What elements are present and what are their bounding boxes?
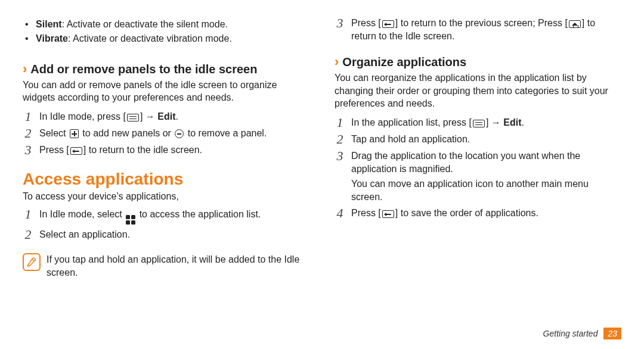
step-body: Tap and hold an application. bbox=[351, 133, 621, 146]
step: 3 Press [] to return to the previous scr… bbox=[335, 17, 621, 42]
back-icon bbox=[70, 147, 82, 155]
bullet-vibrate: Vibrate: Activate or deactivate vibratio… bbox=[32, 32, 309, 45]
step-number: 3 bbox=[335, 149, 345, 163]
subheading-title: Organize applications bbox=[342, 55, 466, 69]
step-body: Drag the application to the location you… bbox=[351, 149, 621, 203]
right-top-step: 3 Press [] to return to the previous scr… bbox=[335, 17, 621, 42]
bullet-desc: : Activate or deactivate the silent mode… bbox=[62, 19, 228, 29]
step: 3 Press [] to return to the idle screen. bbox=[23, 144, 309, 157]
organize-steps: 1 In the application list, press [] → Ed… bbox=[335, 116, 621, 220]
back-icon bbox=[382, 20, 394, 28]
chevron-icon: › bbox=[23, 63, 27, 76]
bullet-desc: : Activate or deactivate vibration mode. bbox=[68, 33, 232, 43]
step-number: 4 bbox=[335, 207, 345, 220]
page-footer: Getting started 23 bbox=[543, 328, 621, 339]
note-row: If you tap and hold an application, it w… bbox=[23, 253, 309, 279]
heading-access-applications: Access applications bbox=[23, 170, 309, 189]
page-number: 23 bbox=[603, 328, 621, 339]
manual-page: Silent: Activate or deactivate the silen… bbox=[0, 0, 644, 349]
subheading-title: Add or remove panels to the idle screen bbox=[30, 63, 257, 76]
step-body: In Idle mode, press [] → Edit. bbox=[39, 110, 309, 123]
step: 4 Press [] to save the order of applicat… bbox=[335, 207, 621, 220]
step: 1 In Idle mode, select to access the app… bbox=[23, 208, 309, 225]
step-body: Press [] to return to the previous scree… bbox=[351, 17, 621, 42]
step-number: 1 bbox=[335, 116, 345, 129]
organize-intro: You can reorganize the applications in t… bbox=[335, 71, 621, 110]
access-intro: To access your device's applications, bbox=[23, 191, 309, 202]
chevron-icon: › bbox=[335, 55, 339, 68]
mode-description-bullets: Silent: Activate or deactivate the silen… bbox=[23, 17, 309, 47]
app-grid-icon bbox=[126, 215, 135, 225]
subheading-add-panels: › Add or remove panels to the idle scree… bbox=[23, 63, 309, 76]
add-panels-intro: You can add or remove panels of the idle… bbox=[23, 79, 309, 104]
bullet-term: Silent bbox=[36, 19, 62, 29]
plus-icon bbox=[70, 129, 79, 138]
step-number: 2 bbox=[23, 228, 33, 241]
step-number: 3 bbox=[335, 17, 345, 30]
back-icon bbox=[382, 210, 394, 218]
step-body: Press [] to return to the idle screen. bbox=[39, 144, 309, 157]
step: 1 In the application list, press [] → Ed… bbox=[335, 116, 621, 129]
step: 3 Drag the application to the location y… bbox=[335, 149, 621, 203]
left-column: Silent: Activate or deactivate the silen… bbox=[23, 17, 309, 349]
note-text: If you tap and hold an application, it w… bbox=[47, 253, 309, 279]
step-body: In the application list, press [] → Edit… bbox=[351, 116, 621, 129]
minus-circle-icon bbox=[175, 129, 184, 138]
step: 2 Select an application. bbox=[23, 228, 309, 241]
add-panels-steps: 1 In Idle mode, press [] → Edit. 2 Selec… bbox=[23, 110, 309, 157]
step-number: 3 bbox=[23, 144, 33, 157]
svg-line-0 bbox=[33, 259, 35, 261]
right-column: 3 Press [] to return to the previous scr… bbox=[335, 17, 621, 349]
home-icon bbox=[569, 20, 581, 28]
menu-icon bbox=[127, 114, 139, 121]
footer-section: Getting started bbox=[543, 329, 598, 338]
step-number: 1 bbox=[23, 208, 33, 221]
step-body: In Idle mode, select to access the appli… bbox=[39, 208, 309, 225]
step-number: 2 bbox=[335, 133, 345, 146]
step-body: Select to add new panels or to remove a … bbox=[39, 127, 309, 140]
access-steps: 1 In Idle mode, select to access the app… bbox=[23, 208, 309, 241]
note-badge-icon bbox=[23, 253, 41, 271]
step-body: Press [] to save the order of applicatio… bbox=[351, 207, 621, 220]
step: 2 Tap and hold an application. bbox=[335, 133, 621, 146]
step-number: 1 bbox=[23, 110, 33, 123]
subheading-organize-apps: › Organize applications bbox=[335, 55, 621, 69]
step-body: Select an application. bbox=[39, 228, 309, 241]
step: 2 Select to add new panels or to remove … bbox=[23, 127, 309, 140]
menu-icon bbox=[473, 120, 485, 127]
step: 1 In Idle mode, press [] → Edit. bbox=[23, 110, 309, 123]
bullet-term: Vibrate bbox=[36, 33, 68, 43]
bullet-silent: Silent: Activate or deactivate the silen… bbox=[32, 18, 309, 31]
step-number: 2 bbox=[23, 127, 33, 140]
